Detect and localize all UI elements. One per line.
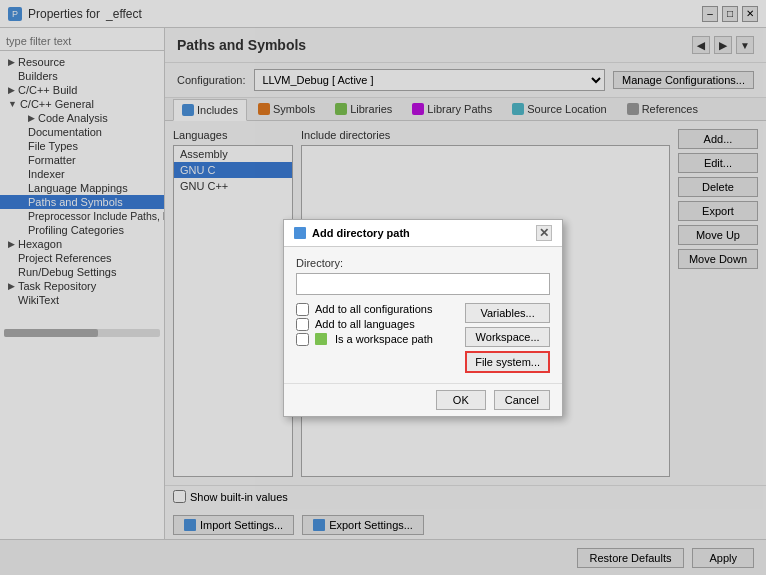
add-directory-dialog: Add directory path ✕ Directory: Add to a… (283, 219, 563, 417)
workspace-path-option: Is a workspace path (296, 333, 457, 346)
dialog-close-button[interactable]: ✕ (536, 225, 552, 241)
dialog-icon (294, 227, 306, 239)
all-langs-checkbox[interactable] (296, 318, 309, 331)
dialog-footer: OK Cancel (284, 383, 562, 416)
dialog-overlay: Add directory path ✕ Directory: Add to a… (0, 0, 766, 575)
directory-label: Directory: (296, 257, 550, 269)
variables-button[interactable]: Variables... (465, 303, 550, 323)
all-configs-label: Add to all configurations (315, 303, 432, 315)
directory-input[interactable] (296, 273, 550, 295)
all-configs-checkbox[interactable] (296, 303, 309, 316)
workspace-path-label: Is a workspace path (335, 333, 433, 345)
file-system-button[interactable]: File system... (465, 351, 550, 373)
dialog-options: Add to all configurations Add to all lan… (296, 303, 457, 346)
dialog-cancel-button[interactable]: Cancel (494, 390, 550, 410)
dialog-ok-button[interactable]: OK (436, 390, 486, 410)
dialog-title-bar: Add directory path ✕ (284, 220, 562, 247)
workspace-button[interactable]: Workspace... (465, 327, 550, 347)
workspace-icon (315, 333, 327, 345)
dialog-body: Directory: Add to all configurations Add… (284, 247, 562, 383)
all-langs-option: Add to all languages (296, 318, 457, 331)
all-configs-option: Add to all configurations (296, 303, 457, 316)
dialog-title-text: Add directory path (312, 227, 410, 239)
all-langs-label: Add to all languages (315, 318, 415, 330)
workspace-path-checkbox[interactable] (296, 333, 309, 346)
